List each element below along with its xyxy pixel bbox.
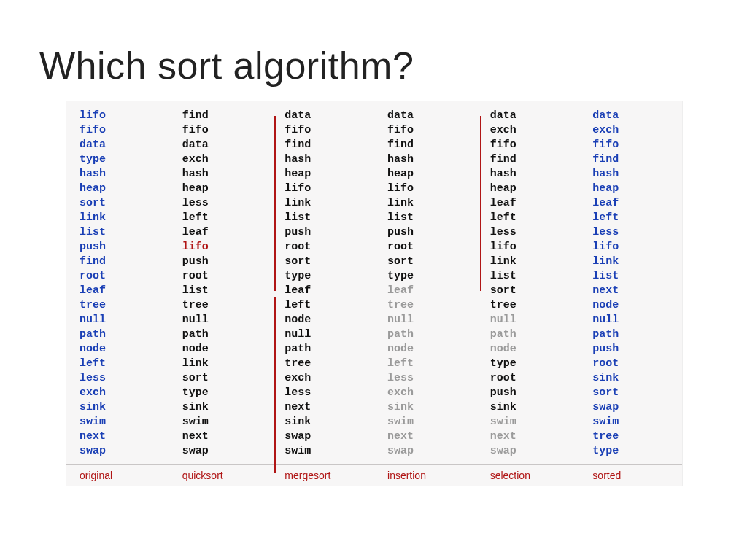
footer-sorted: sorted <box>579 470 682 481</box>
word-cell: push <box>592 342 619 357</box>
word-cell: fifo <box>182 123 209 138</box>
word-cell: left <box>592 211 619 225</box>
word-cell: heap <box>490 182 516 196</box>
word-cell: find <box>592 152 619 167</box>
word-cell: data <box>592 109 619 123</box>
word-cell: exch <box>182 152 209 167</box>
word-cell: push <box>285 225 311 240</box>
word-cell: exch <box>592 123 619 138</box>
word-cell: hash <box>182 167 209 182</box>
word-cell: swim <box>592 415 619 429</box>
word-cell: left <box>182 211 209 225</box>
word-cell: root <box>285 240 311 254</box>
word-cell: next <box>490 429 516 444</box>
word-cell: exch <box>490 123 516 138</box>
col-original: lifofifodatatypehashheapsortlinklistpush… <box>66 109 169 459</box>
word-cell: node <box>80 342 106 357</box>
word-cell: swap <box>592 400 619 415</box>
word-cell: left <box>490 211 516 225</box>
word-cell: find <box>80 254 106 269</box>
word-cell: swim <box>490 415 516 429</box>
footer-quicksort: quicksort <box>169 470 272 481</box>
word-cell: push <box>387 225 414 240</box>
word-cell: null <box>387 313 414 327</box>
footer-mergesort: mergesort <box>271 470 374 481</box>
word-cell: leaf <box>387 284 414 298</box>
red-bar <box>274 116 276 291</box>
word-cell: heap <box>592 182 619 196</box>
word-cell: next <box>387 429 414 444</box>
col-selection: dataexchfifofindhashheapleafleftlesslifo… <box>477 109 580 459</box>
word-cell: sink <box>182 400 209 415</box>
sort-table: lifofifodatatypehashheapsortlinklistpush… <box>66 101 683 486</box>
footer-selection: selection <box>477 470 580 481</box>
word-cell: next <box>182 429 209 444</box>
word-cell: lifo <box>592 240 619 254</box>
word-cell: hash <box>285 152 311 167</box>
word-cell: fifo <box>490 138 516 152</box>
word-cell: find <box>182 109 209 123</box>
word-cell: type <box>592 444 619 459</box>
word-cell: link <box>387 196 414 211</box>
word-cell: push <box>80 240 106 254</box>
word-cell: sink <box>285 415 311 429</box>
word-cell: hash <box>490 167 516 182</box>
word-cell: sort <box>285 254 311 269</box>
word-cell: swim <box>387 415 414 429</box>
word-cell: link <box>285 196 311 211</box>
word-cell: left <box>285 298 311 313</box>
word-cell: exch <box>285 371 311 386</box>
word-cell: root <box>182 269 209 284</box>
word-cell: swap <box>182 444 209 459</box>
word-cell: null <box>592 313 619 327</box>
word-cell: find <box>285 138 311 152</box>
word-cell: list <box>387 211 414 225</box>
word-cell: sort <box>387 254 414 269</box>
word-cell: fifo <box>387 123 414 138</box>
word-cell: path <box>182 327 209 342</box>
word-cell: sink <box>490 400 516 415</box>
word-cell: swap <box>387 444 414 459</box>
word-cell: root <box>80 269 106 284</box>
word-cell: list <box>182 284 209 298</box>
word-cell: sort <box>490 284 516 298</box>
word-cell: lifo <box>387 182 414 196</box>
word-cell: hash <box>80 167 106 182</box>
word-cell: fifo <box>592 138 619 152</box>
word-cell: node <box>387 342 414 357</box>
word-cell: lifo <box>285 182 311 196</box>
word-cell: data <box>387 109 414 123</box>
word-cell: link <box>592 254 619 269</box>
word-cell: leaf <box>80 284 106 298</box>
word-cell: next <box>80 429 106 444</box>
word-cell: null <box>285 327 311 342</box>
word-cell: tree <box>182 298 209 313</box>
word-cell: root <box>592 357 619 371</box>
word-cell: exch <box>387 386 414 400</box>
word-cell: sink <box>592 371 619 386</box>
word-cell: find <box>490 152 516 167</box>
word-cell: less <box>80 371 106 386</box>
word-cell: type <box>182 386 209 400</box>
word-cell: swim <box>182 415 209 429</box>
word-cell: swap <box>490 444 516 459</box>
word-cell: hash <box>592 167 619 182</box>
word-cell: link <box>490 254 516 269</box>
col-mergesort: datafifofindhashheaplifolinklistpushroot… <box>271 109 374 459</box>
word-cell: leaf <box>490 196 516 211</box>
word-cell: push <box>490 386 516 400</box>
word-cell: type <box>490 357 516 371</box>
word-cell: heap <box>285 167 311 182</box>
word-cell: next <box>285 400 311 415</box>
word-cell: leaf <box>182 225 209 240</box>
col-quicksort: findfifodataexchhashheaplessleftleaflifo… <box>169 109 272 459</box>
word-cell: swim <box>80 415 106 429</box>
word-cell: list <box>490 269 516 284</box>
word-cell: heap <box>387 167 414 182</box>
word-cell: path <box>80 327 106 342</box>
word-cell: path <box>387 327 414 342</box>
word-cell: tree <box>285 357 311 371</box>
col-insertion: datafifofindhashheaplifolinklistpushroot… <box>374 109 477 459</box>
word-cell: data <box>490 109 516 123</box>
word-cell: tree <box>387 298 414 313</box>
